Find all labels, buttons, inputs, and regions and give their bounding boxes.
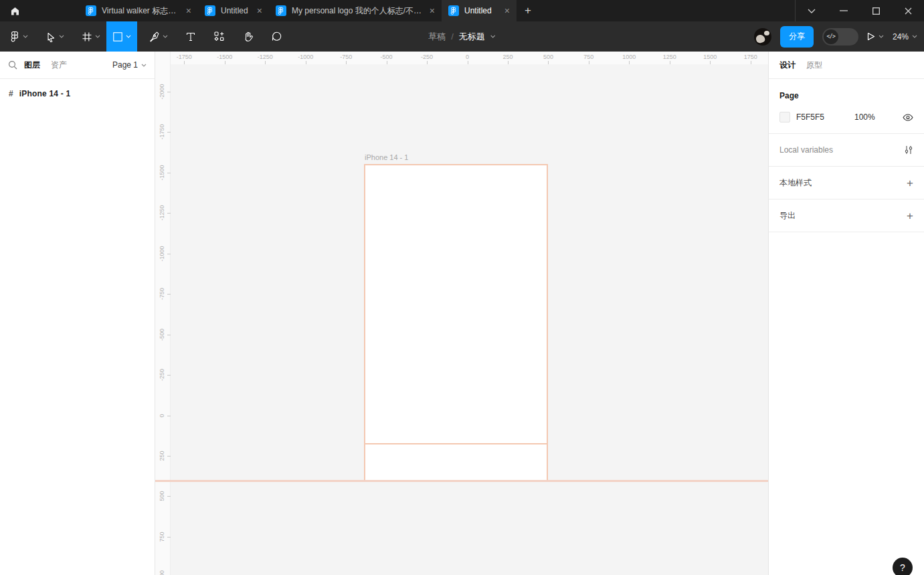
window-minimize-button[interactable] [828,0,860,21]
frame-hash-icon [82,31,92,42]
frame-title-label[interactable]: iPhone 14 - 1 [365,153,408,161]
tab-title: Untitled [221,6,248,15]
color-opacity-value[interactable]: 100% [854,112,875,122]
local-variables-row[interactable]: Local variables [769,134,924,167]
local-styles-row[interactable]: 本地样式 + [769,167,924,199]
layers-panel: 图层 资产 Page 1 # iPhone 14 - 1 [0,52,155,575]
page-selector[interactable]: Page 1 [112,60,147,70]
ruler-tick [589,61,589,64]
ruler-tick [548,61,549,64]
ruler-tick [184,61,185,64]
project-name[interactable]: 草稿 [428,31,446,43]
ruler-label: -250 [159,369,165,381]
help-button[interactable]: ? [893,558,913,575]
tab-design[interactable]: 设计 [779,60,796,71]
ruler-label: 0 [159,414,165,417]
plus-icon[interactable]: + [907,177,913,189]
tab-layers[interactable]: 图层 [24,60,40,71]
user-avatar[interactable] [754,28,771,46]
move-tool-button[interactable] [39,21,70,52]
question-mark-icon: ? [900,562,905,573]
ruler-left[interactable]: -2000-1750-1500-1250-1000-750-500-250025… [155,52,171,575]
color-hex-value[interactable]: F5F5F5 [796,112,833,122]
tab-strip: Virtual walker 标志使用规范 (Commu... × Untitl… [79,0,539,21]
sliders-icon[interactable] [904,145,913,155]
ruler-tick [265,61,266,64]
window-collapse-button[interactable] [796,0,828,21]
text-tool-button[interactable] [179,21,202,52]
file-tab-3[interactable]: My personal logo 我的个人标志/不定... × [269,0,442,21]
ruler-label: -750 [159,288,165,300]
ruler-tick [710,61,711,64]
comment-tool-button[interactable] [265,21,288,52]
file-name[interactable]: 无标题 [459,31,485,43]
search-icon[interactable] [8,60,17,70]
tab-close-icon[interactable]: × [430,6,435,15]
ruler-tick [306,61,306,64]
tab-assets[interactable]: 资产 [51,60,67,71]
layer-item-iphone-14-1[interactable]: # iPhone 14 - 1 [0,84,155,103]
ruler-label: 1000 [159,570,165,575]
file-tab-2[interactable]: Untitled × [198,0,269,21]
home-button[interactable] [0,0,29,21]
ruler-label: -2000 [159,84,165,99]
page-selector-label: Page 1 [112,60,138,70]
ruler-label: 1500 [703,54,717,60]
document-title[interactable]: 草稿 / 无标题 [428,21,496,52]
tab-prototype[interactable]: 原型 [806,60,822,71]
plus-icon: + [525,4,531,17]
hand-tool-button[interactable] [236,21,260,52]
zoom-menu[interactable]: 24% [893,32,917,42]
present-button[interactable] [867,32,884,41]
tab-close-icon[interactable]: × [504,6,510,15]
new-tab-button[interactable]: + [517,0,539,21]
visibility-eye-icon[interactable] [903,114,913,121]
color-swatch[interactable] [779,112,790,122]
drawn-rectangle[interactable] [364,443,548,482]
window-maximize-button[interactable] [860,0,892,21]
ruler-tick [167,132,171,133]
comment-icon [271,31,282,42]
tab-title: Untitled [464,6,492,15]
tab-close-icon[interactable]: × [257,6,262,15]
ruler-top[interactable]: -1750-1500-1250-1000-750-500-25002505007… [155,52,768,64]
tab-bar: Virtual walker 标志使用规范 (Commu... × Untitl… [0,0,924,21]
ruler-label: -1250 [258,54,273,60]
figma-file-icon [276,5,286,16]
chevron-down-icon [163,35,168,38]
chevron-down-icon[interactable] [879,35,884,38]
ruler-tick [225,61,225,64]
frame-tool-button[interactable] [76,21,106,52]
export-row[interactable]: 导出 + [769,199,924,232]
tab-close-icon[interactable]: × [186,6,191,15]
ruler-label: -500 [159,329,165,341]
cursor-icon [45,31,56,42]
ruler-label: -1000 [159,246,165,261]
ruler-tick [508,61,509,64]
rectangle-tool-button[interactable] [106,21,137,52]
plus-icon[interactable]: + [907,210,913,222]
chevron-down-icon[interactable] [490,35,496,38]
ruler-label: 1000 [622,54,636,60]
main-menu-button[interactable] [4,21,34,52]
ruler-tick [167,92,171,92]
share-button[interactable]: 分享 [780,26,814,48]
page-color-row: F5F5F5 100% [779,112,913,122]
canvas[interactable]: iPhone 14 - 1 -1750-1500-1250-1000-750-5… [155,52,768,575]
ruler-tick [468,61,468,64]
ruler-label: 1750 [744,54,757,60]
file-tab-4-active[interactable]: Untitled × [442,0,517,21]
dev-mode-toggle[interactable]: </> [822,28,858,46]
pen-tool-button[interactable] [143,21,174,52]
iphone-frame[interactable] [364,164,548,444]
breadcrumb-separator: / [451,31,454,42]
file-tab-1[interactable]: Virtual walker 标志使用规范 (Commu... × [79,0,198,21]
ruler-label: -1750 [159,125,165,140]
ruler-label: 750 [159,531,165,542]
play-icon [867,32,875,41]
ruler-tick [346,61,347,64]
ruler-tick [167,537,171,538]
resources-tool-button[interactable] [207,21,231,52]
ruler-label: 1250 [663,54,676,60]
window-close-button[interactable] [892,0,924,21]
